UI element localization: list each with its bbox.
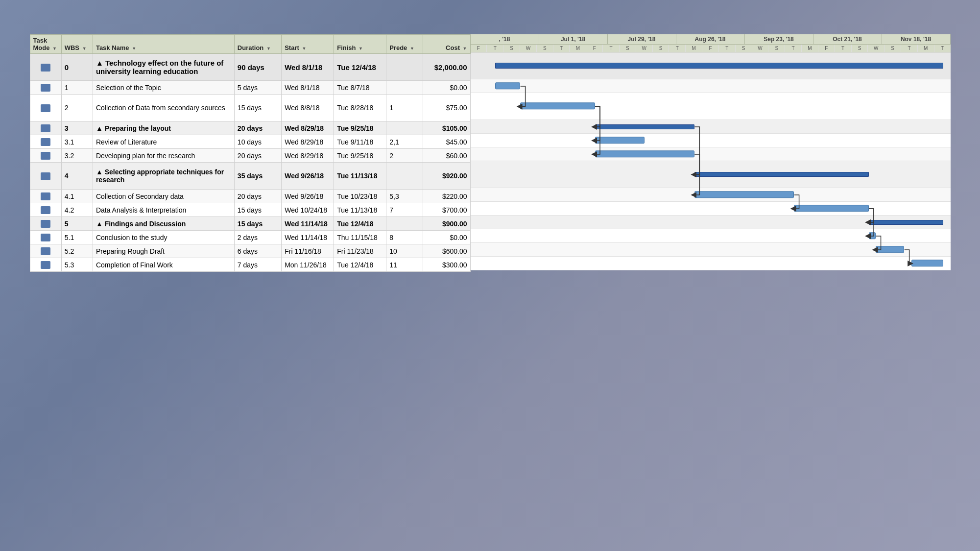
predecessors-cell (386, 54, 423, 81)
task-name-cell: Selection of the Topic (93, 81, 234, 95)
duration-cell: 15 days (234, 203, 281, 217)
gantt-month-header: , '18 Jul 1, '18 Jul 29, '18 Aug 26, '18… (471, 34, 951, 45)
gantt-row (471, 188, 951, 202)
gantt-bar (595, 137, 645, 144)
duration-cell: 15 days (234, 217, 281, 231)
table-row: 3▲ Preparing the layout20 daysWed 8/29/1… (30, 121, 470, 135)
wbs-cell: 3.2 (61, 149, 93, 163)
day-w3: W (752, 45, 769, 52)
day-t7: T (835, 45, 852, 52)
duration-cell: 90 days (234, 54, 281, 81)
table-row: 5.3Completion of Final Work7 daysMon 11/… (30, 258, 470, 272)
cost-cell: $0.00 (423, 81, 470, 95)
day-m2: M (686, 45, 702, 52)
finish-cell: Tue 12/4/18 (334, 217, 386, 231)
gantt-row (471, 52, 951, 79)
task-mode-cell (30, 231, 61, 244)
month-label-5: Oct 21, '18 (813, 34, 882, 44)
task-name-cell: ▲ Preparing the layout (93, 121, 234, 135)
table-row: 3.2Developing plan for the research20 da… (30, 149, 470, 163)
gantt-row (471, 147, 951, 161)
th-task-mode[interactable]: TaskMode ▼ (30, 35, 61, 54)
day-m4: M (918, 45, 934, 52)
th-cost[interactable]: Cost ▼ (423, 35, 470, 54)
gantt-wrapper: TaskMode ▼ WBS ▼ Task Name ▼ Duration ▼ … (30, 34, 951, 272)
start-cell: Wed 8/1/18 (282, 81, 334, 95)
finish-cell: Tue 8/28/18 (334, 95, 386, 121)
th-duration[interactable]: Duration ▼ (234, 35, 281, 54)
predecessors-cell: 8 (386, 231, 423, 244)
task-mode-cell (30, 203, 61, 217)
day-s2: S (537, 45, 553, 52)
cost-cell: $45.00 (423, 135, 470, 149)
cost-cell: $2,000.00 (423, 54, 470, 81)
month-label-0: , '18 (471, 34, 539, 44)
th-finish[interactable]: Finish ▼ (334, 35, 386, 54)
table-row: 5▲ Findings and Discussion15 daysWed 11/… (30, 217, 470, 231)
table-row: 5.2Preparing Rough Draft6 daysFri 11/16/… (30, 244, 470, 258)
day-t4: T (669, 45, 686, 52)
gantt-row (471, 257, 951, 270)
task-name-cell: Completion of Final Work (93, 258, 234, 272)
duration-cell: 20 days (234, 149, 281, 163)
gantt-bar-toplevel (495, 63, 943, 69)
finish-cell: Fri 11/23/18 (334, 244, 386, 258)
th-wbs[interactable]: WBS ▼ (61, 35, 93, 54)
th-predecessors[interactable]: Prede ▼ (386, 35, 423, 54)
duration-cell: 20 days (234, 190, 281, 203)
table-row: 5.1Conclusion to the study2 daysWed 11/1… (30, 231, 470, 244)
day-s8: S (884, 45, 901, 52)
gantt-table: TaskMode ▼ WBS ▼ Task Name ▼ Duration ▼ … (30, 34, 471, 272)
wbs-cell: 5.1 (61, 231, 93, 244)
th-start[interactable]: Start ▼ (282, 35, 334, 54)
day-t3: T (603, 45, 620, 52)
month-label-1: Jul 1, '18 (539, 34, 608, 44)
predecessors-cell: 5,3 (386, 190, 423, 203)
task-name-cell: ▲ Selecting appropriate techniques for r… (93, 163, 234, 190)
day-s4: S (653, 45, 669, 52)
predecessors-cell (386, 81, 423, 95)
task-name-cell: Conclusion to the study (93, 231, 234, 244)
wbs-cell: 3.1 (61, 135, 93, 149)
month-label-4: Sep 23, '18 (745, 34, 813, 44)
day-t: T (487, 45, 503, 52)
task-mode-cell (30, 135, 61, 149)
task-mode-cell (30, 217, 61, 231)
duration-cell: 2 days (234, 231, 281, 244)
table-row: 4.1Collection of Secondary data20 daysWe… (30, 190, 470, 203)
day-s3: S (620, 45, 636, 52)
day-t8: T (901, 45, 918, 52)
gantt-bar (876, 246, 904, 253)
finish-cell: Tue 11/13/18 (334, 163, 386, 190)
table-row: 2Collection of Data from secondary sourc… (30, 95, 470, 121)
duration-cell: 15 days (234, 95, 281, 121)
task-mode-cell (30, 163, 61, 190)
month-label-3: Aug 26, '18 (676, 34, 745, 44)
duration-cell: 5 days (234, 81, 281, 95)
table-row: 4.2Data Analysis & Interpretation15 days… (30, 203, 470, 217)
duration-cell: 20 days (234, 121, 281, 135)
task-name-cell: ▲ Findings and Discussion (93, 217, 234, 231)
finish-cell: Tue 12/4/18 (334, 258, 386, 272)
gantt-row (471, 229, 951, 243)
start-cell: Wed 8/1/18 (282, 54, 334, 81)
th-task-name[interactable]: Task Name ▼ (93, 35, 234, 54)
gantt-row (471, 79, 951, 93)
duration-cell: 10 days (234, 135, 281, 149)
day-m3: M (802, 45, 818, 52)
wbs-cell: 1 (61, 81, 93, 95)
finish-cell: Thu 11/15/18 (334, 231, 386, 244)
start-cell: Wed 11/14/18 (282, 217, 334, 231)
task-mode-cell (30, 81, 61, 95)
predecessors-cell (386, 163, 423, 190)
task-name-cell: Collection of Secondary data (93, 190, 234, 203)
month-label-2: Jul 29, '18 (608, 34, 676, 44)
gantt-bar (694, 191, 794, 198)
table-header-row: TaskMode ▼ WBS ▼ Task Name ▼ Duration ▼ … (30, 35, 470, 54)
table-row: 4▲ Selecting appropriate techniques for … (30, 163, 470, 190)
task-mode-cell (30, 258, 61, 272)
wbs-cell: 5.2 (61, 244, 93, 258)
cost-cell: $220.00 (423, 190, 470, 203)
wbs-cell: 4 (61, 163, 93, 190)
cost-cell: $900.00 (423, 217, 470, 231)
